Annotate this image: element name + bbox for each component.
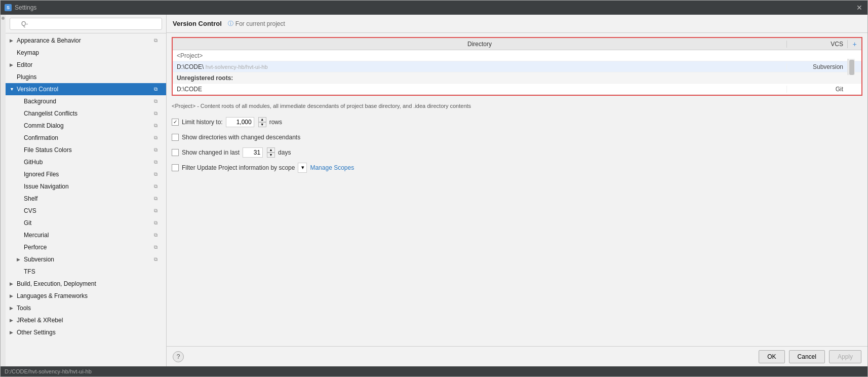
manage-scopes-link[interactable]: Manage Scopes [310,164,354,171]
page-icon: ⧉ [154,110,162,117]
sidebar-item-keymap[interactable]: Keymap [6,47,166,59]
sidebar-item-subversion[interactable]: ▶ Subversion ⧉ [6,253,166,266]
sidebar-item-label: Version Control [17,86,154,93]
spinner-down[interactable]: ▼ [267,153,275,158]
sidebar-item-jrebel[interactable]: ▶ JRebel & XRebel [6,314,166,326]
panel-title: Version Control [173,20,222,27]
sidebar-item-label: File Status Colors [24,146,154,154]
sidebar-item-editor[interactable]: ▶ Editor [6,59,166,71]
option-limit-history: Limit history to: ▲ ▼ rows [172,117,862,128]
edge-dot [2,17,5,20]
sidebar-item-file-status-colors[interactable]: File Status Colors ⧉ [6,144,166,156]
option-label-prefix: Show changed in last [182,149,240,156]
apply-button[interactable]: Apply [829,350,861,363]
sidebar-item-appearance[interactable]: ▶ Appearance & Behavior ⧉ [6,34,166,47]
sidebar-item-shelf[interactable]: Shelf ⧉ [6,193,166,205]
sidebar-item-label: Ignored Files [24,171,154,178]
expand-arrow: ▶ [10,281,17,286]
sidebar-item-perforce[interactable]: Perforce ⧉ [6,241,166,253]
sidebar: 🔍 ▶ Appearance & Behavior ⧉ Keymap [6,15,167,366]
option-show-directories: Show directories with changed descendant… [172,132,862,143]
sidebar-item-label: Languages & Frameworks [17,292,162,299]
sidebar-item-commit-dialog[interactable]: Commit Dialog ⧉ [6,120,166,132]
main-panel: Version Control ⓘ For current project Di… [167,15,867,366]
table-row[interactable]: D:\CODE\ hvt-solvency-hb/hvt-ui-hb Subve… [173,61,861,72]
sidebar-item-mercurial[interactable]: Mercurial ⧉ [6,229,166,241]
spinner-up[interactable]: ▲ [267,147,275,153]
help-button[interactable]: ? [173,351,184,362]
sidebar-item-label: Other Settings [17,329,162,336]
sidebar-item-tfs[interactable]: TFS [6,266,166,278]
expand-arrow: ▶ [10,306,17,311]
expand-arrow: ▶ [10,38,17,43]
sidebar-item-github[interactable]: GitHub ⧉ [6,156,166,168]
option-show-changed-last: Show changed in last ▲ ▼ days [172,147,862,158]
sidebar-item-label: Issue Navigation [24,183,154,190]
cancel-button[interactable]: Cancel [789,350,825,363]
sidebar-item-label: Tools [17,305,162,312]
sidebar-item-languages-frameworks[interactable]: ▶ Languages & Frameworks [6,290,166,302]
sidebar-item-background[interactable]: Background ⧉ [6,95,166,107]
expand-arrow: ▶ [10,62,17,67]
option-label-filter: Filter Update Project information by sco… [182,164,295,171]
sidebar-item-tools[interactable]: ▶ Tools [6,302,166,314]
sidebar-item-label: Background [24,98,154,105]
sidebar-item-changelist-conflicts[interactable]: Changelist Conflicts ⧉ [6,107,166,120]
page-icon: ⧉ [154,147,162,153]
expand-arrow: ▶ [17,257,24,262]
checkbox-limit-history[interactable] [172,119,179,126]
page-icon: ⧉ [154,135,162,141]
sidebar-item-git[interactable]: Git ⧉ [6,217,166,229]
sidebar-item-label: CVS [24,207,154,214]
search-bar: 🔍 [6,15,166,33]
page-icon: ⧉ [154,183,162,190]
expand-arrow: ▶ [10,293,17,298]
sidebar-item-label: Plugins [17,73,162,81]
history-spinner: ▲ ▼ [258,117,266,127]
settings-window: S Settings ✕ 🔍 ▶ Appearance & Behavior [0,0,868,377]
sidebar-item-version-control[interactable]: ▼ Version Control ⧉ [6,83,166,95]
checkbox-show-directories[interactable] [172,134,179,141]
spinner-down[interactable]: ▼ [258,122,266,127]
ok-button[interactable]: OK [759,350,784,363]
page-icon: ⧉ [154,123,162,129]
add-vcs-button[interactable]: + [852,40,856,48]
sidebar-item-issue-navigation[interactable]: Issue Navigation ⧉ [6,180,166,193]
scope-dropdown[interactable]: ▾ [298,163,307,173]
page-icon: ⧉ [154,232,162,238]
spinner-up[interactable]: ▲ [258,117,266,122]
search-input[interactable] [10,18,162,30]
panel-content: Directory VCS + <Project> [167,33,867,346]
page-icon: ⧉ [154,86,162,92]
sidebar-item-label: Appearance & Behavior [17,37,154,44]
table-row[interactable]: D:\CODE Git [173,84,861,95]
table-row[interactable]: <Project> [173,50,861,61]
close-button[interactable]: ✕ [855,4,863,12]
checkbox-show-changed[interactable] [172,149,179,156]
sidebar-item-label: Keymap [17,49,162,56]
sidebar-item-label: JRebel & XRebel [17,317,162,324]
expand-arrow: ▶ [10,330,17,335]
panel-subtitle-text: For current project [235,20,285,27]
sidebar-item-other-settings[interactable]: ▶ Other Settings [6,326,166,338]
sidebar-item-confirmation[interactable]: Confirmation ⧉ [6,132,166,144]
sidebar-item-build-execution[interactable]: ▶ Build, Execution, Deployment [6,278,166,290]
sidebar-item-cvs[interactable]: CVS ⧉ [6,205,166,217]
sidebar-item-ignored-files[interactable]: Ignored Files ⧉ [6,168,166,180]
col-vcs: VCS [786,41,847,48]
sidebar-item-label: Perforce [24,244,154,251]
info-text: <Project> - Content roots of all modules… [172,100,862,115]
window-title: Settings [15,4,36,11]
sidebar-item-plugins[interactable]: Plugins [6,71,166,83]
history-value-input[interactable] [226,117,254,127]
scrollbar-thumb [849,60,854,75]
bottom-area: ? OK Cancel Apply [173,350,861,363]
sidebar-item-label: Confirmation [24,134,154,141]
col-actions: + [847,40,861,48]
panel-header: Version Control ⓘ For current project [167,15,867,33]
page-icon: ⧉ [154,171,162,177]
checkbox-filter-update[interactable] [172,164,179,171]
days-value-input[interactable] [243,147,263,158]
option-label-rows: rows [269,119,282,126]
chevron-down-icon: ▾ [301,164,304,171]
